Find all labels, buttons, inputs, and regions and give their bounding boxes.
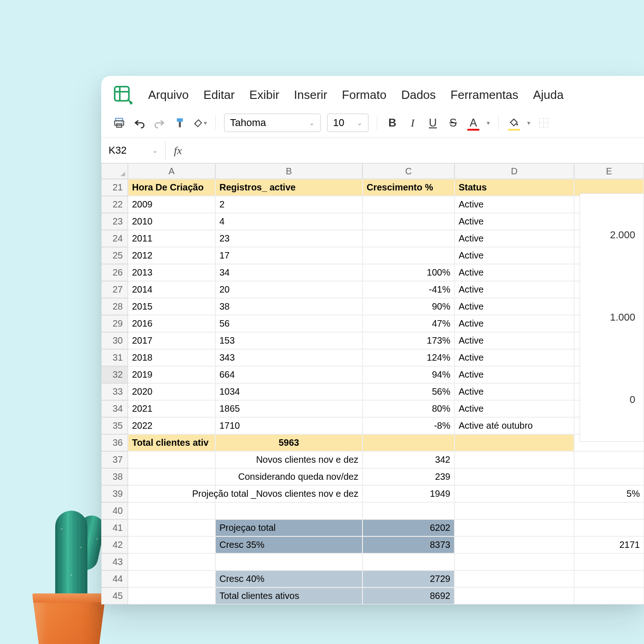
menu-inserir[interactable]: Inserir [294,88,327,102]
cell[interactable]: Crescimento % [362,179,454,196]
column-header[interactable]: B [215,163,362,179]
cell[interactable]: 5963 [215,434,362,451]
font-size-selector[interactable]: 10 ⌄ [327,114,368,132]
undo-icon[interactable] [132,116,146,130]
cell[interactable]: -8% [362,417,454,434]
cell[interactable] [574,502,644,519]
app-logo[interactable] [112,84,133,105]
cell[interactable]: Active [454,213,574,230]
cell[interactable]: 1034 [215,383,362,400]
cell[interactable] [454,553,574,570]
row-header[interactable]: 41 [101,519,128,536]
cell[interactable] [454,536,574,553]
row-header[interactable]: 21 [101,179,128,196]
strike-button[interactable]: S [446,116,460,130]
row-header[interactable]: 40 [101,502,128,519]
cell[interactable] [362,247,454,264]
name-box[interactable]: K32 ⌄ [101,141,166,160]
cell[interactable] [362,230,454,247]
row-header[interactable]: 38 [101,468,128,485]
row-header[interactable]: 35 [101,417,128,434]
cell[interactable] [215,553,362,570]
cell[interactable]: Projeção total _Novos clientes nov e dez [215,485,362,502]
cell[interactable]: 153 [215,332,362,349]
cell[interactable]: 8692 [362,587,454,604]
row-header[interactable]: 32 [101,366,128,383]
cell[interactable]: 100% [362,264,454,281]
column-header[interactable]: E [574,163,644,179]
menu-editar[interactable]: Editar [203,88,235,102]
cell[interactable]: 2014 [128,281,215,298]
row-header[interactable]: 37 [101,451,128,468]
row-header[interactable]: 39 [101,485,128,502]
cell[interactable]: 34 [215,264,362,281]
cell[interactable] [454,519,574,536]
spreadsheet-grid[interactable]: ABCDE21Hora De CriaçãoRegistros_ activeC… [101,163,644,604]
row-header[interactable]: 23 [101,213,128,230]
cell[interactable]: Cresc 35% [215,536,362,553]
row-header[interactable]: 44 [101,570,128,587]
cell[interactable] [454,485,574,502]
cell[interactable]: Active [454,196,574,213]
cell[interactable]: Considerando queda nov/dez [215,468,362,485]
cell[interactable] [362,434,454,451]
cell[interactable]: 20 [215,281,362,298]
bold-button[interactable]: B [385,116,399,130]
chevron-down-icon[interactable]: ▾ [487,119,490,126]
cell[interactable]: 342 [362,451,454,468]
cell[interactable] [454,451,574,468]
cell[interactable]: 94% [362,366,454,383]
cell[interactable]: 17 [215,247,362,264]
cell[interactable]: Active [454,247,574,264]
cell[interactable] [574,451,644,468]
cell[interactable]: 4 [215,213,362,230]
cell[interactable]: 1949 [362,485,454,502]
underline-button[interactable]: U [426,116,440,130]
row-header[interactable]: 36 [101,434,128,451]
row-header[interactable]: 28 [101,298,128,315]
cell[interactable]: 664 [215,366,362,383]
cell[interactable] [574,519,644,536]
cell[interactable]: 47% [362,315,454,332]
row-header[interactable]: 25 [101,247,128,264]
cell[interactable]: Active [454,366,574,383]
cell[interactable]: Cresc 40% [215,570,362,587]
row-header[interactable]: 31 [101,349,128,366]
cell[interactable]: 2021 [128,400,215,417]
menu-ferramentas[interactable]: Ferramentas [450,88,518,102]
cell[interactable]: 23 [215,230,362,247]
cell[interactable]: 2012 [128,247,215,264]
cell[interactable] [128,502,215,519]
cell[interactable]: Total clientes ativos [215,587,362,604]
cell[interactable]: 2010 [128,213,215,230]
row-header[interactable]: 45 [101,587,128,604]
format-painter-icon[interactable] [173,116,187,130]
cell[interactable]: 2013 [128,264,215,281]
cell[interactable] [454,502,574,519]
cell[interactable]: Total clientes ativ [128,434,215,451]
cell[interactable]: 8373 [362,536,454,553]
cell[interactable]: 2015 [128,298,215,315]
cell[interactable] [128,553,215,570]
cell[interactable]: Active [454,332,574,349]
cell[interactable]: Active [454,400,574,417]
cell[interactable]: 2 [215,196,362,213]
formula-input[interactable] [190,142,644,160]
cell[interactable] [215,502,362,519]
row-header[interactable]: 42 [101,536,128,553]
cell[interactable] [574,553,644,570]
cell[interactable]: 2011 [128,230,215,247]
cell[interactable] [128,468,215,485]
cell[interactable] [362,196,454,213]
cell[interactable]: 2171 [574,536,644,553]
cell[interactable]: Active [454,349,574,366]
cell[interactable]: 173% [362,332,454,349]
row-header[interactable]: 34 [101,400,128,417]
row-header[interactable]: 22 [101,196,128,213]
cell[interactable]: 6202 [362,519,454,536]
print-icon[interactable] [112,116,126,130]
cell[interactable]: Active [454,315,574,332]
menu-arquivo[interactable]: Arquivo [148,88,189,102]
eraser-icon[interactable]: ▾ [193,116,207,130]
cell[interactable]: 124% [362,349,454,366]
